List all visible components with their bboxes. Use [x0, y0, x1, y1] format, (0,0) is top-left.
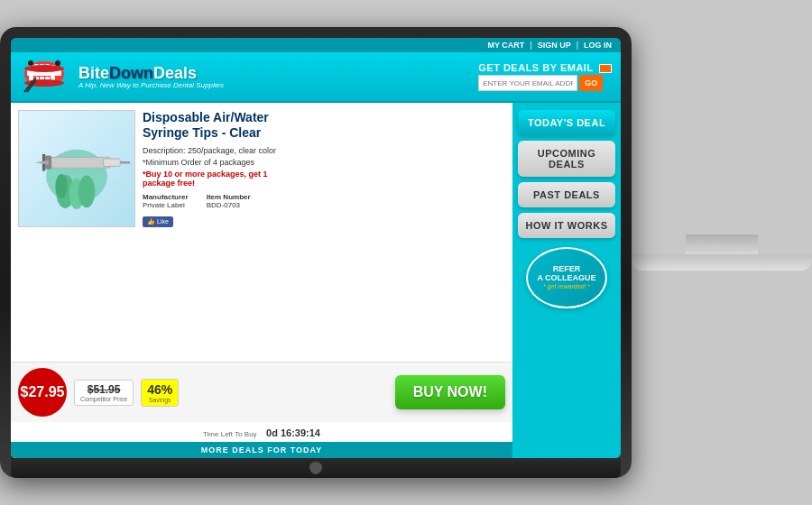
apple-logo-icon	[309, 462, 322, 474]
svg-point-14	[28, 60, 33, 66]
email-deals-title: GET DEALS BY EMAIL	[478, 62, 612, 73]
competitor-label: Competitor Price	[80, 396, 127, 402]
savings-label: Savings	[149, 397, 171, 403]
deal-promo: *Buy 10 or more packages, get 1package f…	[143, 170, 505, 188]
savings-box: 46% Savings	[141, 379, 179, 407]
sidebar-upcoming-deals[interactable]: UPCOMING DEALS	[518, 141, 615, 177]
nav-mycart[interactable]: MY CART	[487, 41, 524, 50]
sep2: |	[577, 41, 578, 50]
stand-base	[632, 254, 812, 271]
nav-signup[interactable]: SIGN UP	[538, 41, 571, 50]
email-go-button[interactable]: GO	[579, 75, 603, 91]
competitor-price-box: $51.95 Competitor Price	[74, 380, 134, 406]
refer-line3: * get rewarded! *	[543, 283, 590, 290]
logo-tagline: A Hip, New Way to Purchase Dental Suppli…	[78, 81, 224, 89]
buy-now-button[interactable]: BUY NOW!	[395, 375, 505, 409]
price-badge: $27.95	[18, 368, 67, 417]
top-nav: MY CART | SIGN UP | LOG IN	[11, 38, 621, 52]
competitor-price: $51.95	[88, 383, 121, 396]
timer-value: 0d 16:39:14	[266, 427, 320, 438]
email-input[interactable]	[478, 75, 577, 91]
timer-label: Time Left To Buy	[203, 430, 257, 438]
svg-rect-19	[50, 157, 111, 168]
logo-title: BiteDownDeals	[78, 65, 224, 81]
email-deals-box: GET DEALS BY EMAIL GO	[478, 62, 612, 91]
main-area: Disposable Air/WaterSyringe Tips - Clear…	[11, 103, 621, 458]
deal-title: Disposable Air/WaterSyringe Tips - Clear	[143, 110, 505, 141]
monitor: MY CART | SIGN UP | LOG IN	[0, 27, 632, 478]
email-input-row: GO	[478, 75, 603, 91]
header: BiteDownDeals A Hip, New Way to Purchase…	[11, 52, 621, 103]
price-buy-row: $27.95 $51.95 Competitor Price 46% Savin…	[11, 362, 512, 422]
logo-teeth-icon	[20, 58, 69, 96]
deal-meta: Manufacturer Private Label Item Number B…	[143, 193, 505, 209]
sidebar-how-it-works[interactable]: HOW IT WORKS	[518, 213, 615, 238]
timer-row: Time Left To Buy 0d 16:39:14	[11, 422, 512, 442]
screen-bezel: MY CART | SIGN UP | LOG IN	[11, 38, 621, 458]
more-deals-bar: MORE DEALS FOR TODAY	[11, 442, 512, 458]
deal-section: Disposable Air/WaterSyringe Tips - Clear…	[11, 103, 512, 362]
svg-marker-24	[34, 161, 48, 165]
refer-badge[interactable]: REFER A COLLEAGUE * get rewarded! *	[526, 247, 607, 308]
deal-description: Description: 250/package, clear color	[143, 146, 505, 155]
savings-percentage: 46%	[147, 382, 172, 397]
stand-neck	[686, 234, 758, 254]
fb-like-button[interactable]: 👍 Like	[143, 216, 173, 227]
website: MY CART | SIGN UP | LOG IN	[11, 38, 621, 458]
svg-point-27	[78, 176, 96, 208]
sidebar-todays-deal[interactable]: TODAY'S DEAL	[518, 110, 615, 135]
svg-rect-20	[104, 159, 121, 166]
syringe-icon	[23, 119, 131, 218]
fb-like: 👍 Like	[143, 216, 505, 227]
right-sidebar: TODAY'S DEAL UPCOMING DEALS PAST DEALS H…	[512, 103, 621, 458]
sep1: |	[530, 41, 531, 50]
deal-min-order: *Minimum Order of 4 packages	[143, 158, 505, 167]
svg-point-28	[55, 174, 68, 198]
svg-point-15	[55, 60, 60, 66]
deal-image	[18, 110, 135, 227]
refer-line2: A COLLEAGUE	[537, 274, 595, 283]
deal-info: Disposable Air/WaterSyringe Tips - Clear…	[143, 110, 505, 354]
nav-login[interactable]: LOG IN	[584, 41, 612, 50]
monitor-bottom	[11, 458, 621, 478]
monitor-stand	[632, 234, 812, 271]
sidebar-past-deals[interactable]: PAST DEALS	[518, 182, 615, 207]
svg-point-12	[24, 65, 64, 72]
content-area: Disposable Air/WaterSyringe Tips - Clear…	[11, 103, 512, 458]
logo-text: BiteDownDeals A Hip, New Way to Purchase…	[78, 65, 224, 89]
